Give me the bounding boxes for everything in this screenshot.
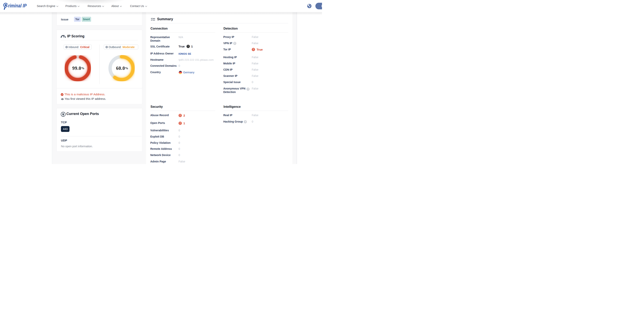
svg-text:riminal IP: riminal IP bbox=[8, 3, 27, 8]
